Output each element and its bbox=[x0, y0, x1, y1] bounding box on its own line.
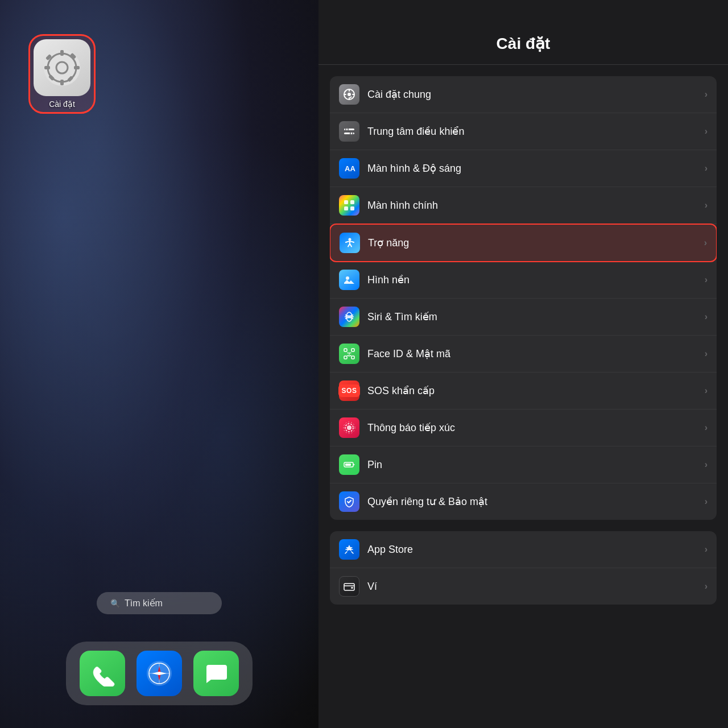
sos-badge: SOS bbox=[338, 384, 361, 397]
svg-rect-2 bbox=[60, 50, 64, 56]
battery-label: Pin bbox=[367, 459, 705, 471]
svg-point-36 bbox=[349, 238, 351, 241]
faceid-icon bbox=[339, 344, 359, 364]
settings-item-control-center[interactable]: Trung tâm điều khiển › bbox=[330, 113, 717, 150]
wallet-chevron: › bbox=[705, 581, 708, 592]
svg-rect-24 bbox=[350, 96, 352, 98]
home-screen-label: Màn hình chính bbox=[367, 200, 705, 212]
svg-rect-43 bbox=[351, 356, 354, 359]
faceid-chevron: › bbox=[705, 349, 708, 359]
settings-item-wallet[interactable]: Ví › bbox=[330, 568, 717, 605]
home-screen-icon bbox=[339, 195, 359, 216]
settings-item-appstore[interactable]: App Store › bbox=[330, 531, 717, 568]
svg-point-28 bbox=[346, 129, 348, 131]
settings-header: Cài đặt bbox=[318, 0, 728, 65]
accessibility-label: Trợ năng bbox=[368, 237, 704, 249]
display-icon: AA bbox=[339, 158, 359, 179]
faceid-label: Face ID & Mật mã bbox=[367, 348, 705, 360]
general-label: Cài đặt chung bbox=[367, 88, 705, 101]
search-text: Tìm kiếm bbox=[125, 598, 163, 609]
svg-rect-34 bbox=[344, 206, 348, 210]
svg-point-37 bbox=[346, 276, 349, 280]
control-center-chevron: › bbox=[705, 126, 708, 136]
settings-item-privacy[interactable]: Quyền riêng tư & Bảo mật › bbox=[330, 483, 717, 520]
privacy-icon bbox=[339, 491, 359, 512]
svg-rect-41 bbox=[351, 349, 354, 351]
settings-item-battery[interactable]: Pin › bbox=[330, 446, 717, 483]
settings-item-home-screen[interactable]: Màn hình chính › bbox=[330, 187, 717, 224]
svg-rect-19 bbox=[349, 89, 350, 92]
wallpaper-icon bbox=[339, 270, 359, 290]
display-label: Màn hình & Độ sáng bbox=[367, 162, 705, 175]
svg-rect-22 bbox=[352, 94, 354, 95]
appstore-chevron: › bbox=[705, 544, 708, 555]
svg-text:AA: AA bbox=[345, 164, 355, 173]
svg-rect-21 bbox=[344, 94, 346, 95]
svg-point-30 bbox=[350, 133, 353, 135]
display-chevron: › bbox=[705, 163, 708, 173]
search-bar[interactable]: 🔍 Tìm kiếm bbox=[97, 592, 222, 614]
dock bbox=[66, 642, 253, 705]
battery-chevron: › bbox=[705, 460, 708, 470]
general-chevron: › bbox=[705, 89, 708, 100]
siri-chevron: › bbox=[705, 312, 708, 322]
appstore-icon bbox=[339, 539, 359, 560]
settings-item-siri[interactable]: Siri & Tìm kiếm › bbox=[330, 299, 717, 336]
svg-point-18 bbox=[348, 93, 351, 96]
svg-rect-3 bbox=[60, 80, 64, 85]
svg-rect-32 bbox=[344, 200, 348, 204]
settings-item-exposure[interactable]: Thông báo tiếp xúc › bbox=[330, 410, 717, 446]
settings-item-sos[interactable]: SOS SOS khẩn cấp › bbox=[330, 373, 717, 410]
svg-rect-51 bbox=[353, 464, 355, 465]
settings-item-wallpaper[interactable]: Hình nền › bbox=[330, 262, 717, 299]
svg-rect-42 bbox=[344, 356, 347, 359]
exposure-chevron: › bbox=[705, 423, 708, 433]
appstore-label: App Store bbox=[367, 544, 705, 556]
sos-icon: SOS bbox=[339, 380, 359, 401]
dock-messages-icon[interactable] bbox=[193, 651, 239, 696]
dock-phone-icon[interactable] bbox=[80, 651, 125, 696]
privacy-chevron: › bbox=[705, 497, 708, 507]
settings-item-faceid[interactable]: Face ID & Mật mã › bbox=[330, 336, 717, 373]
wallet-icon bbox=[339, 576, 359, 597]
settings-app-selected[interactable]: Cài đặt bbox=[28, 34, 96, 114]
sos-chevron: › bbox=[705, 386, 708, 396]
accessibility-icon bbox=[340, 233, 360, 253]
accessibility-chevron: › bbox=[704, 238, 707, 248]
dock-safari-icon[interactable] bbox=[136, 651, 182, 696]
svg-point-45 bbox=[350, 353, 351, 354]
exposure-label: Thông báo tiếp xúc bbox=[367, 421, 705, 434]
svg-rect-52 bbox=[345, 464, 351, 466]
settings-item-accessibility[interactable]: Trợ năng › bbox=[330, 224, 717, 262]
search-icon: 🔍 bbox=[110, 599, 120, 608]
settings-icon bbox=[34, 39, 90, 96]
wallpaper-chevron: › bbox=[705, 275, 708, 285]
svg-rect-54 bbox=[351, 587, 353, 589]
exposure-icon bbox=[339, 417, 359, 438]
settings-title: Cài đặt bbox=[336, 34, 711, 53]
general-icon bbox=[339, 84, 359, 105]
privacy-label: Quyền riêng tư & Bảo mật bbox=[367, 495, 705, 508]
settings-item-display[interactable]: AA Màn hình & Độ sáng › bbox=[330, 150, 717, 187]
settings-app-label: Cài đặt bbox=[49, 100, 75, 109]
battery-icon bbox=[339, 454, 359, 475]
settings-item-general[interactable]: Cài đặt chung › bbox=[330, 76, 717, 113]
siri-label: Siri & Tìm kiếm bbox=[367, 311, 705, 323]
svg-rect-20 bbox=[349, 97, 350, 100]
svg-rect-35 bbox=[350, 206, 354, 210]
settings-panel: Cài đặt Cài đặt bbox=[318, 0, 728, 728]
svg-rect-53 bbox=[344, 584, 354, 590]
svg-point-47 bbox=[347, 425, 351, 430]
svg-rect-4 bbox=[44, 66, 50, 69]
control-center-icon bbox=[339, 121, 359, 142]
wallet-label: Ví bbox=[367, 581, 705, 593]
sos-label: SOS khẩn cấp bbox=[367, 384, 705, 397]
home-screen-chevron: › bbox=[705, 200, 708, 210]
siri-icon bbox=[339, 307, 359, 327]
control-center-label: Trung tâm điều khiển bbox=[367, 125, 705, 138]
settings-group-apps: App Store › Ví › bbox=[330, 531, 717, 605]
svg-rect-33 bbox=[350, 200, 354, 204]
settings-group-main: Cài đặt chung › Trung tâm điều khiển bbox=[330, 76, 717, 520]
settings-list: Cài đặt chung › Trung tâm điều khiển bbox=[318, 65, 728, 728]
svg-rect-40 bbox=[344, 349, 347, 351]
